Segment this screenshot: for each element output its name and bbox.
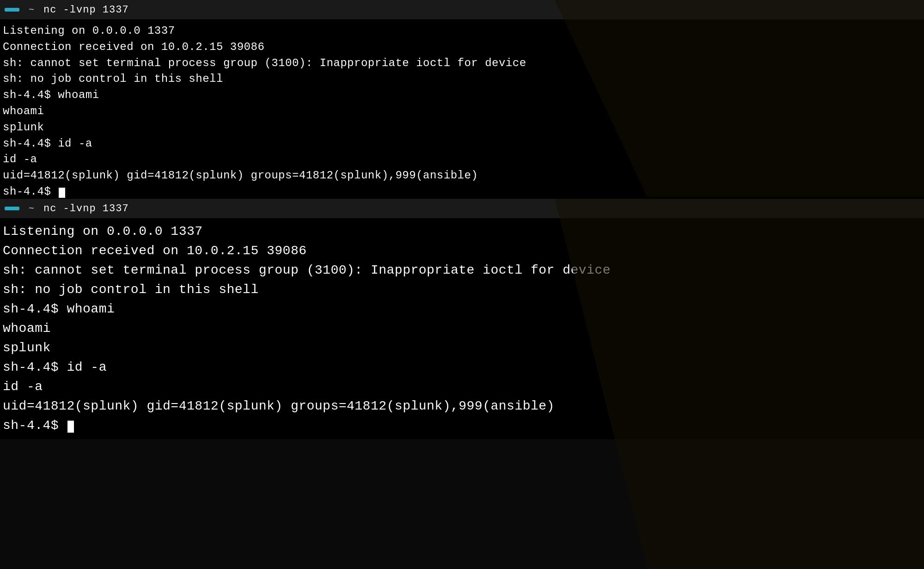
terminal-line: sh: no job control in this shell [3, 71, 921, 87]
tab-active-2[interactable] [5, 207, 19, 210]
terminal-line: Connection received on 10.0.2.15 39086 [3, 39, 921, 55]
terminal-line: id -a [3, 377, 921, 397]
title-cmd-1: nc -lvnp 1337 [43, 4, 129, 16]
terminal-line: uid=41812(splunk) gid=41812(splunk) grou… [3, 397, 921, 416]
tab-tilde-2: ~ [24, 202, 39, 216]
terminal-line: sh-4.4$ whoami [3, 87, 921, 104]
terminal-line: sh: no job control in this shell [3, 280, 921, 300]
terminal-panel-2: ~ nc -lvnp 1337 Listening on 0.0.0.0 133… [0, 199, 924, 569]
tab-tilde-1: ~ [24, 3, 39, 17]
cursor-1 [59, 188, 65, 198]
terminal-line: sh-4.4$ whoami [3, 300, 921, 319]
terminal-line: id -a [3, 152, 921, 168]
terminal-prompt-line: sh-4.4$ [3, 184, 921, 200]
terminal-body-1: Listening on 0.0.0.0 1337 Connection rec… [0, 19, 924, 204]
terminal-line: splunk [3, 120, 921, 136]
terminal-body-2: Listening on 0.0.0.0 1337 Connection rec… [0, 218, 924, 439]
title-cmd-2: nc -lvnp 1337 [43, 203, 129, 214]
terminal-line: sh-4.4$ id -a [3, 358, 921, 377]
terminal-line: uid=41812(splunk) gid=41812(splunk) grou… [3, 168, 921, 184]
tab-active-1[interactable] [5, 8, 19, 12]
terminal-line: whoami [3, 104, 921, 120]
terminal-line: Listening on 0.0.0.0 1337 [3, 222, 921, 241]
cursor-2 [67, 421, 74, 433]
terminal-panel-1: ~ nc -lvnp 1337 Listening on 0.0.0.0 133… [0, 0, 924, 199]
title-bar-1: ~ nc -lvnp 1337 [0, 0, 924, 19]
terminal-line: Listening on 0.0.0.0 1337 [3, 23, 921, 39]
terminal-line: sh: cannot set terminal process group (3… [3, 55, 921, 72]
terminal-prompt-line: sh-4.4$ [3, 416, 921, 435]
terminal-line: sh: cannot set terminal process group (3… [3, 261, 921, 280]
terminal-line: splunk [3, 338, 921, 358]
terminal-line: sh-4.4$ id -a [3, 136, 921, 152]
terminal-line: Connection received on 10.0.2.15 39086 [3, 241, 921, 261]
title-bar-2: ~ nc -lvnp 1337 [0, 199, 924, 218]
terminal-line: whoami [3, 319, 921, 338]
